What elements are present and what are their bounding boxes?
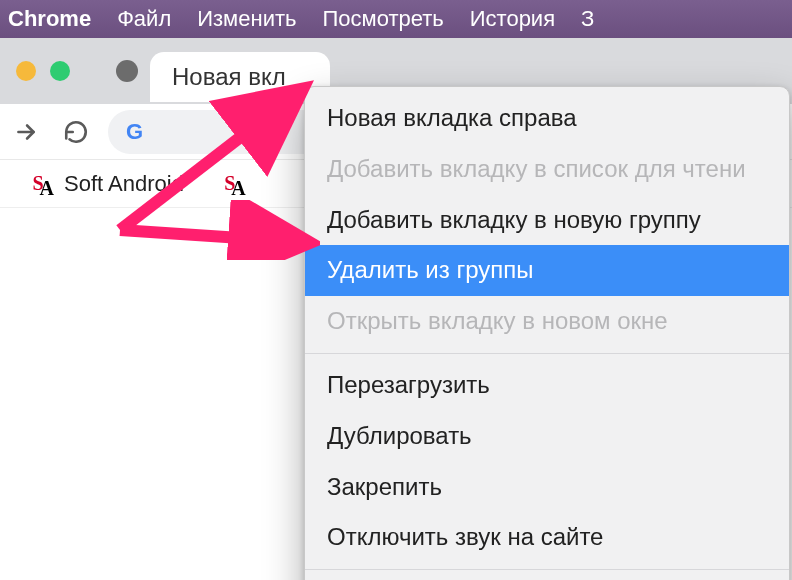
google-icon: G bbox=[126, 119, 142, 145]
bookmark-favicon: S bbox=[26, 172, 50, 196]
tab-context-menu: Новая вкладка справа Добавить вкладку в … bbox=[304, 86, 790, 580]
window-controls bbox=[4, 61, 86, 81]
cm-duplicate[interactable]: Дублировать bbox=[305, 411, 789, 462]
bookmark-favicon: S bbox=[218, 172, 242, 196]
cm-pin[interactable]: Закрепить bbox=[305, 462, 789, 513]
menubar-item-cut[interactable]: З bbox=[581, 6, 594, 32]
menubar-item-file[interactable]: Файл bbox=[117, 6, 171, 32]
forward-button[interactable] bbox=[8, 114, 44, 150]
annotation-arrow-icon bbox=[110, 200, 320, 260]
cm-reload[interactable]: Перезагрузить bbox=[305, 360, 789, 411]
menubar-item-view[interactable]: Посмотреть bbox=[322, 6, 443, 32]
tab-title: Новая вкл bbox=[172, 63, 286, 91]
cm-add-reading-list: Добавить вкладку в список для чтени bbox=[305, 144, 789, 195]
zoom-button[interactable] bbox=[50, 61, 70, 81]
bookmark-item[interactable]: Soft Android bbox=[64, 171, 184, 197]
menubar-item-history[interactable]: История bbox=[470, 6, 555, 32]
mac-menubar: Chrome Файл Изменить Посмотреть История … bbox=[0, 0, 792, 38]
reload-button[interactable] bbox=[58, 114, 94, 150]
menubar-app-name[interactable]: Chrome bbox=[8, 6, 91, 32]
menubar-item-edit[interactable]: Изменить bbox=[197, 6, 296, 32]
minimize-button[interactable] bbox=[16, 61, 36, 81]
cm-add-to-new-group[interactable]: Добавить вкладку в новую группу bbox=[305, 195, 789, 246]
cm-remove-from-group[interactable]: Удалить из группы bbox=[305, 245, 789, 296]
browser-tab[interactable]: Новая вкл bbox=[150, 52, 330, 102]
tab-group-indicator[interactable] bbox=[116, 60, 138, 82]
menu-separator bbox=[305, 569, 789, 570]
cm-new-tab-right[interactable]: Новая вкладка справа bbox=[305, 93, 789, 144]
svg-line-1 bbox=[120, 230, 300, 242]
cm-close[interactable]: Закрыть bbox=[305, 576, 789, 580]
cm-open-new-window: Открыть вкладку в новом окне bbox=[305, 296, 789, 347]
cm-mute-site[interactable]: Отключить звук на сайте bbox=[305, 512, 789, 563]
menu-separator bbox=[305, 353, 789, 354]
